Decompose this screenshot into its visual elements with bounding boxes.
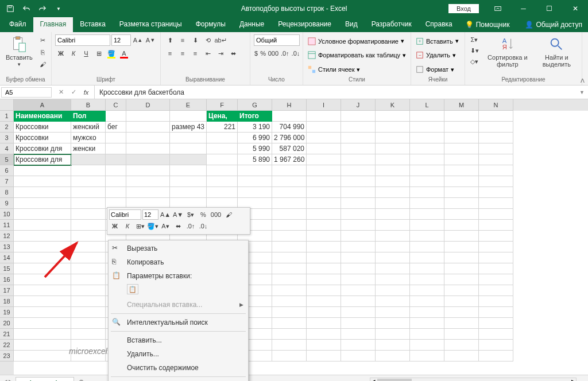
- cell[interactable]: [106, 165, 126, 176]
- cell[interactable]: [410, 274, 444, 285]
- cell[interactable]: [376, 176, 410, 187]
- clear-icon[interactable]: ◇▾: [469, 56, 480, 67]
- font-size-select[interactable]: [111, 34, 131, 46]
- cell[interactable]: [126, 165, 170, 176]
- mini-currency-icon[interactable]: $▾: [185, 209, 196, 220]
- cell[interactable]: [307, 143, 341, 154]
- cell[interactable]: [444, 329, 479, 340]
- cell[interactable]: [479, 340, 513, 351]
- cell[interactable]: [106, 143, 126, 154]
- ctx-clear[interactable]: Очистить содержимое: [109, 361, 248, 375]
- close-icon[interactable]: ✕: [562, 0, 588, 17]
- cell[interactable]: [272, 176, 307, 187]
- cell[interactable]: [106, 111, 126, 122]
- row-header[interactable]: 8: [0, 187, 14, 198]
- cell[interactable]: [479, 263, 513, 274]
- format-as-table-button[interactable]: Форматировать как таблицу ▾: [307, 50, 407, 60]
- cell[interactable]: [307, 122, 341, 133]
- cell[interactable]: [444, 231, 479, 242]
- cell[interactable]: [479, 176, 513, 187]
- cell[interactable]: Кроссовки: [14, 133, 71, 143]
- autosum-icon[interactable]: Σ▾: [469, 34, 480, 45]
- align-center-icon[interactable]: ≡: [177, 48, 188, 59]
- scrollbar-thumb[interactable]: [377, 379, 412, 382]
- cell[interactable]: [479, 351, 513, 361]
- cell[interactable]: [126, 122, 170, 133]
- cell[interactable]: [479, 154, 513, 165]
- cell[interactable]: [170, 154, 207, 165]
- cell[interactable]: [376, 329, 410, 340]
- cell[interactable]: [376, 165, 410, 176]
- cell[interactable]: 221: [207, 122, 238, 133]
- increase-indent-icon[interactable]: ⇥: [215, 48, 226, 59]
- cell[interactable]: [307, 318, 341, 329]
- cell[interactable]: [410, 351, 444, 361]
- row-header[interactable]: 19: [0, 307, 14, 318]
- cell[interactable]: [479, 209, 513, 220]
- cell[interactable]: [410, 285, 444, 296]
- cell[interactable]: [376, 296, 410, 307]
- cell[interactable]: [307, 274, 341, 285]
- cell[interactable]: [341, 220, 376, 231]
- cell[interactable]: [479, 122, 513, 133]
- cell[interactable]: [410, 307, 444, 318]
- cell[interactable]: [71, 198, 106, 209]
- cell[interactable]: [341, 307, 376, 318]
- cell[interactable]: [272, 165, 307, 176]
- cell[interactable]: [14, 274, 71, 285]
- cell[interactable]: [410, 209, 444, 220]
- cell[interactable]: [307, 242, 341, 252]
- cell[interactable]: [341, 143, 376, 154]
- cell[interactable]: [71, 231, 106, 242]
- row-header[interactable]: 20: [0, 318, 14, 329]
- cell[interactable]: [71, 296, 106, 307]
- cell[interactable]: [376, 231, 410, 242]
- horizontal-scrollbar[interactable]: ◀▶: [370, 378, 577, 382]
- cell[interactable]: [71, 165, 106, 176]
- row-header[interactable]: 1: [0, 111, 14, 122]
- cell[interactable]: [479, 231, 513, 242]
- cell[interactable]: Итого: [238, 111, 272, 122]
- cell[interactable]: [479, 285, 513, 296]
- font-color-button[interactable]: A: [118, 48, 130, 59]
- format-painter-icon[interactable]: 🖌: [37, 59, 49, 70]
- cell[interactable]: бег: [106, 122, 126, 133]
- cell[interactable]: [272, 307, 307, 318]
- decrease-font-icon[interactable]: A▼: [145, 34, 156, 46]
- expand-formula-icon[interactable]: ▼: [576, 90, 588, 95]
- cell[interactable]: [376, 263, 410, 274]
- cell[interactable]: [14, 329, 71, 340]
- mini-format-painter-icon[interactable]: 🖌: [223, 209, 234, 220]
- col-header[interactable]: B: [71, 99, 106, 111]
- cell[interactable]: [376, 285, 410, 296]
- cell[interactable]: [410, 296, 444, 307]
- cell[interactable]: [71, 252, 106, 263]
- cell[interactable]: [307, 133, 341, 143]
- tab-view[interactable]: Вид: [338, 17, 365, 32]
- tab-file[interactable]: Файл: [2, 17, 33, 32]
- cell[interactable]: [307, 154, 341, 165]
- col-header[interactable]: D: [126, 99, 170, 111]
- mini-font-color-button[interactable]: A▾: [160, 221, 171, 231]
- cell[interactable]: [207, 165, 238, 176]
- cell[interactable]: [14, 220, 71, 231]
- cell[interactable]: [170, 143, 207, 154]
- cell[interactable]: [444, 209, 479, 220]
- cell[interactable]: [410, 122, 444, 133]
- cell[interactable]: [444, 165, 479, 176]
- align-right-icon[interactable]: ≡: [189, 48, 201, 59]
- cell[interactable]: [410, 318, 444, 329]
- mini-dec-decimal-icon[interactable]: .0↓: [198, 221, 209, 231]
- cell[interactable]: [272, 111, 307, 122]
- cell[interactable]: [71, 263, 106, 274]
- cell[interactable]: [444, 296, 479, 307]
- cell[interactable]: [341, 340, 376, 351]
- cell[interactable]: [341, 296, 376, 307]
- currency-icon[interactable]: $: [254, 48, 258, 59]
- fill-color-button[interactable]: 🪣: [106, 48, 117, 59]
- cell[interactable]: 5 990: [238, 143, 272, 154]
- ctx-delete[interactable]: Удалить...: [109, 347, 248, 361]
- cell[interactable]: [170, 187, 207, 198]
- cell[interactable]: [376, 318, 410, 329]
- sort-filter-button[interactable]: АЯ Сортировка и фильтр: [482, 34, 533, 69]
